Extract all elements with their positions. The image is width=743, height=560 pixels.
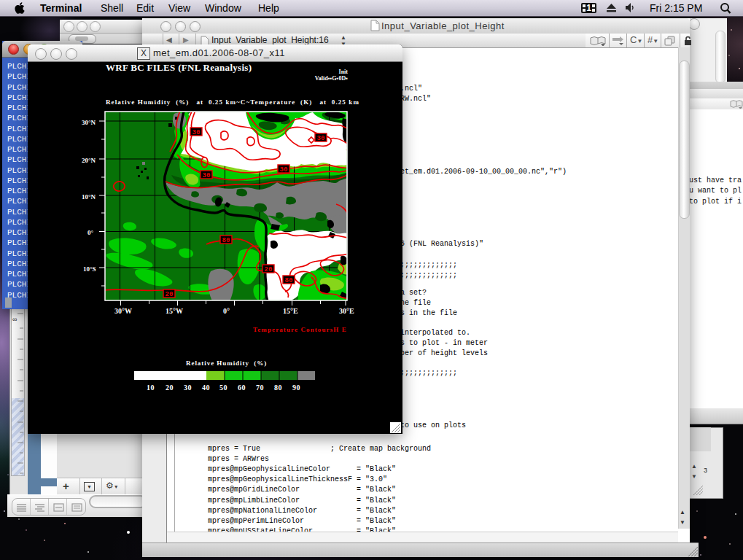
svg-text:20: 20 (265, 266, 273, 273)
svg-text:30: 30 (192, 129, 201, 136)
svg-text:30: 30 (203, 172, 211, 179)
svg-text:80: 80 (222, 237, 230, 244)
svg-text:80: 80 (285, 277, 293, 284)
svg-text:30: 30 (280, 166, 288, 174)
svg-text:30: 30 (317, 135, 325, 142)
svg-text:20: 20 (166, 291, 174, 298)
